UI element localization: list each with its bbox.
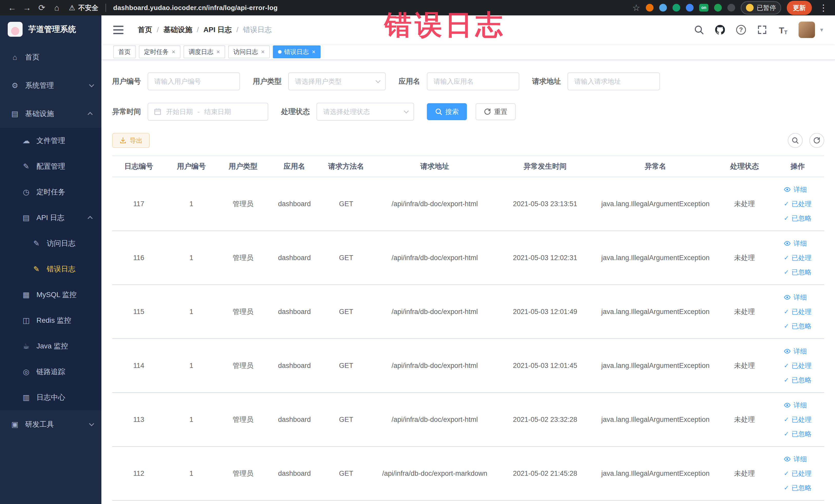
site-security-chip[interactable]: ⚠ 不安全: [69, 3, 98, 12]
close-icon[interactable]: ×: [217, 48, 220, 56]
user-id-input[interactable]: [148, 73, 240, 90]
help-icon[interactable]: ?: [735, 24, 747, 36]
mark-processed-link[interactable]: ✓已处理: [784, 197, 811, 211]
reload-icon[interactable]: ⟳: [36, 1, 48, 14]
check-icon: ✓: [784, 250, 789, 265]
action-label: 已处理: [792, 412, 812, 427]
mark-processed-link[interactable]: ✓已处理: [784, 412, 811, 427]
tab-scheduled-jobs[interactable]: 定时任务 ×: [139, 45, 180, 58]
sidebar-item-system-management[interactable]: ⚙ 系统管理: [0, 72, 101, 100]
sidebar-item-infrastructure[interactable]: ▤ 基础设施: [0, 100, 101, 128]
extension-icon[interactable]: [659, 4, 667, 12]
collapse-sidebar-icon[interactable]: [113, 26, 123, 34]
sidebar-item-trace[interactable]: ◎ 链路追踪: [0, 359, 101, 385]
end-date-placeholder: 结束日期: [204, 107, 231, 116]
detail-link[interactable]: 详细: [784, 236, 807, 250]
breadcrumb-item[interactable]: 首页: [138, 25, 152, 35]
search-icon[interactable]: [693, 24, 705, 36]
app-logo[interactable]: 芋道管理系统: [0, 15, 101, 43]
extension-icon[interactable]: [646, 4, 653, 12]
font-size-icon[interactable]: TT: [777, 24, 789, 36]
sidebar-item-file-management[interactable]: ☁ 文件管理: [0, 128, 101, 154]
mark-ignored-link[interactable]: ✓已忽略: [784, 427, 811, 441]
extension-on-badge[interactable]: on: [699, 4, 709, 12]
sidebar-item-dev-tools[interactable]: ▣ 研发工具: [0, 410, 101, 439]
eye-icon: [784, 456, 791, 463]
extension-icon[interactable]: [673, 4, 680, 12]
cell-exception: java.lang.IllegalArgumentException: [593, 392, 718, 446]
bookmark-star-icon[interactable]: ☆: [632, 3, 640, 13]
sidebar-item-log-center[interactable]: ▥ 日志中心: [0, 385, 101, 410]
mark-processed-link[interactable]: ✓已处理: [784, 358, 811, 373]
close-icon[interactable]: ×: [312, 48, 315, 56]
table-row: 1131管理员dashboardGET/api/infra/db-doc/exp…: [112, 392, 824, 446]
close-icon[interactable]: ×: [261, 48, 265, 56]
detail-link[interactable]: 详细: [784, 452, 807, 466]
process-status-select[interactable]: 请选择处理状态: [317, 103, 414, 121]
search-button[interactable]: 搜索: [427, 103, 467, 120]
close-icon[interactable]: ×: [172, 48, 175, 56]
avatar[interactable]: [798, 22, 815, 38]
browser-menu-icon[interactable]: ⋮: [817, 3, 829, 13]
sidebar-item-api-logs[interactable]: ▤ API 日志: [0, 205, 101, 230]
col-request-url: 请求地址: [372, 156, 497, 177]
tab-access-log[interactable]: 访问日志 ×: [228, 45, 270, 58]
breadcrumb-item[interactable]: API 日志: [204, 25, 232, 35]
tab-schedule-log[interactable]: 调度日志 ×: [184, 45, 225, 58]
exception-time-range-picker[interactable]: 开始日期 - 结束日期: [148, 103, 268, 121]
database-icon: ◫: [22, 316, 31, 325]
detail-link[interactable]: 详细: [784, 398, 807, 412]
sidebar-item-scheduled-jobs[interactable]: ◷ 定时任务: [0, 179, 101, 205]
mark-ignored-link[interactable]: ✓已忽略: [784, 211, 811, 225]
sidebar-item-label: Redis 监控: [37, 316, 71, 325]
app-name-input[interactable]: [427, 73, 519, 90]
mark-processed-link[interactable]: ✓已处理: [784, 250, 811, 265]
toggle-search-button[interactable]: [788, 133, 803, 148]
breadcrumb-item[interactable]: 基础设施: [163, 25, 192, 35]
sidebar-item-java-monitor[interactable]: ☕ Java 监控: [0, 333, 101, 359]
breadcrumb-item-current: 错误日志: [243, 25, 272, 35]
extension-icon[interactable]: [714, 4, 722, 12]
address-bar[interactable]: dashboard.yudao.iocoder.cn/infra/log/api…: [113, 4, 278, 12]
browser-update-button[interactable]: 更新: [787, 1, 812, 15]
mark-processed-link[interactable]: ✓已处理: [784, 304, 811, 319]
mark-ignored-link[interactable]: ✓已忽略: [784, 265, 811, 279]
refresh-table-button[interactable]: [809, 133, 824, 148]
home-browser-icon[interactable]: ⌂: [50, 1, 63, 14]
cell-actions: 详细✓已处理✓已忽略: [771, 392, 824, 446]
mark-processed-link[interactable]: ✓已处理: [784, 466, 811, 481]
mark-ignored-link[interactable]: ✓已忽略: [784, 319, 811, 333]
reset-button[interactable]: 重置: [476, 103, 516, 120]
mark-ignored-link[interactable]: ✓已忽略: [784, 373, 811, 387]
sidebar-item-mysql-monitor[interactable]: ▦ MySQL 监控: [0, 282, 101, 308]
sidebar-item-label: 基础设施: [25, 109, 54, 119]
detail-link[interactable]: 详细: [784, 290, 807, 304]
tab-home[interactable]: 首页: [113, 45, 136, 58]
sidebar-item-home[interactable]: ⌂ 首页: [0, 43, 101, 72]
tab-label: 定时任务: [144, 48, 169, 56]
user-type-select[interactable]: 请选择用户类型: [288, 73, 386, 90]
extension-icon[interactable]: [686, 4, 694, 12]
extension-icon[interactable]: [728, 4, 735, 12]
request-url-input[interactable]: [568, 73, 660, 90]
cell-user-type: 管理员: [218, 285, 269, 339]
table-row: 1151管理员dashboardGET/api/infra/db-doc/exp…: [112, 285, 824, 339]
paused-badge[interactable]: 已暂停: [741, 1, 781, 14]
sidebar-item-redis-monitor[interactable]: ◫ Redis 监控: [0, 308, 101, 333]
sidebar-item-config-management[interactable]: ✎ 配置管理: [0, 154, 101, 179]
detail-link[interactable]: 详细: [784, 344, 807, 358]
detail-link[interactable]: 详细: [784, 182, 807, 197]
sidebar-item-error-log[interactable]: ✎ 错误日志: [0, 256, 101, 282]
github-icon[interactable]: [714, 24, 726, 36]
sidebar-item-access-log[interactable]: ✎ 访问日志: [0, 230, 101, 256]
clock-icon: ◷: [22, 188, 31, 196]
table-row: 1141管理员dashboardGET/api/infra/db-doc/exp…: [112, 339, 824, 392]
avatar-caret-icon[interactable]: ▾: [820, 26, 823, 33]
forward-icon[interactable]: →: [21, 1, 33, 14]
fullscreen-icon[interactable]: [756, 24, 768, 36]
col-status: 处理状态: [718, 156, 771, 177]
mark-ignored-link[interactable]: ✓已忽略: [784, 481, 811, 495]
export-button[interactable]: 导出: [112, 133, 150, 148]
tab-error-log[interactable]: 错误日志 ×: [273, 45, 321, 58]
back-icon[interactable]: ←: [6, 1, 19, 14]
